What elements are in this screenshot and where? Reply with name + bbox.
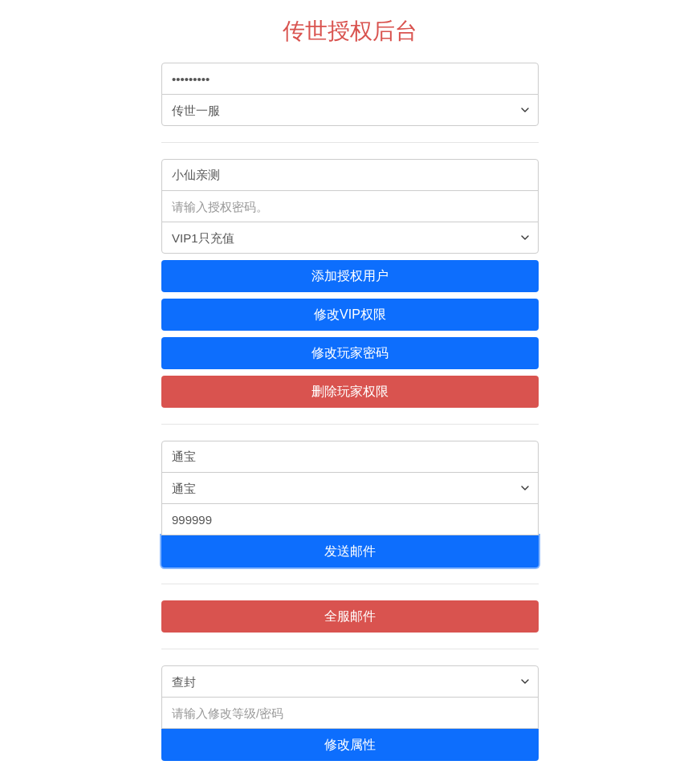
modify-vip-button[interactable]: 修改VIP权限 (161, 299, 539, 331)
mail-item-select[interactable]: 通宝 (161, 472, 539, 504)
mail-item-input[interactable] (161, 441, 539, 473)
page-title: 传世授权后台 (161, 16, 539, 47)
delete-player-permission-button[interactable]: 删除玩家权限 (161, 376, 539, 408)
modify-level-password-input[interactable] (161, 697, 539, 729)
vip-level-select[interactable]: VIP1只充值 (161, 222, 539, 254)
modify-player-password-button[interactable]: 修改玩家密码 (161, 337, 539, 369)
add-auth-user-button[interactable]: 添加授权用户 (161, 260, 539, 292)
server-select[interactable]: 传世一服 (161, 94, 539, 126)
modify-attribute-button[interactable]: 修改属性 (161, 729, 539, 761)
server-login-section: 传世一服 (161, 63, 539, 143)
admin-password-input[interactable] (161, 63, 539, 95)
ban-action-select[interactable]: 查封 (161, 665, 539, 698)
auth-password-input[interactable] (161, 190, 539, 222)
username-input[interactable] (161, 159, 539, 191)
user-auth-section: VIP1只充值 添加授权用户 修改VIP权限 修改玩家密码 删除玩家权限 (161, 159, 539, 425)
modify-attribute-section: 查封 修改属性 (161, 665, 539, 777)
send-mail-button[interactable]: 发送邮件 (161, 535, 539, 567)
global-mail-section: 全服邮件 (161, 600, 539, 649)
global-mail-button[interactable]: 全服邮件 (161, 600, 539, 633)
mail-amount-input[interactable] (161, 503, 539, 535)
mail-section: 通宝 发送邮件 (161, 441, 539, 584)
